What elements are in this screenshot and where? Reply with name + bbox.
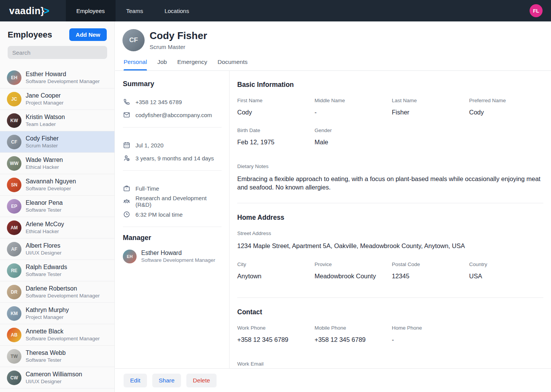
avatar: AM [7,220,21,235]
tab-documents[interactable]: Documents [218,59,248,70]
dietary-notes-value: Embracing a flexible approach to eating,… [237,175,543,191]
tab-emergency[interactable]: Emergency [177,59,207,70]
avatar: EP [7,199,21,214]
employee-row[interactable]: KM Kathryn MurphyProject Manager [0,303,114,324]
employee-list: EH Esther HowardSoftware Development Man… [0,67,114,389]
avatar: EH [123,250,137,263]
field-label: City [237,261,315,267]
employee-row[interactable]: EP Eleanor PenaSoftware Tester [0,196,114,217]
profile-tabs: Personal Job Emergency Documents [124,59,248,70]
avatar: SN [7,178,21,192]
summary-phone: +358 12 345 6789 [135,99,182,105]
employee-row[interactable]: CW Cameron WilliamsonUI/UX Designer [0,367,114,389]
employee-title: Software Development Manager [26,292,100,299]
manager-title: Software Development Manager [141,257,215,263]
avatar: EH [7,70,21,85]
share-button[interactable]: Share [152,374,181,387]
employee-title: UI/UX Designer [26,378,82,385]
field-value: Cody [469,109,543,116]
employee-name: Arlene McCoy [26,220,64,228]
avatar: CW [7,371,21,385]
field-label: Street Address [237,230,543,236]
employee-row[interactable]: KW Kristin WatsonTeam Leader [0,110,114,131]
employee-name: Albert Flores [26,242,62,250]
team-icon [123,198,130,205]
add-new-button[interactable]: Add New [69,28,107,41]
employee-row[interactable]: TW Theresa WebbSoftware Tester [0,346,114,367]
divider [123,127,222,127]
employee-title: Software Development Manager [26,78,100,85]
avatar: TW [7,349,21,364]
search-input[interactable] [8,46,107,59]
employee-row[interactable]: RE Ralph EdwardsSoftware Tester [0,260,114,281]
divider [237,297,543,298]
field-value: +358 12 345 6789 [237,336,315,343]
field-value: - [315,109,392,116]
street-address-value: 1234 Maple Street, Apartment 5A, Oakvill… [237,242,543,250]
employee-name: Wade Warren [26,156,63,164]
avatar: AB [7,328,21,342]
avatar: JC [7,92,21,106]
divider [123,227,222,227]
field-value: Male [315,139,392,146]
summary-local-time: 6:32 PM local time [135,211,183,218]
employee-row[interactable]: AM Arlene McCoyEthical Hacker [0,217,114,238]
edit-button[interactable]: Edit [124,374,147,387]
field-value: Cody [237,109,315,116]
briefcase-icon [123,185,130,192]
summary-email: codyfisher@abccompany.com [135,112,212,118]
employee-row[interactable]: DR Darlene RobertsonSoftware Development… [0,281,114,303]
nav-item-employees[interactable]: Employees [66,0,116,21]
employee-row[interactable]: SN Savannah NguyenSoftware Developer [0,174,114,196]
employee-sidebar: Employees Add New EH Esther HowardSoftwa… [0,21,115,392]
manager-heading: Manager [123,234,222,242]
field-value: USA [469,273,543,280]
field-value: Anytown [237,273,315,280]
logo-chevron: > [44,5,49,16]
field-label: Gender [315,127,392,133]
employee-title: Software Developer [26,185,76,192]
tab-personal[interactable]: Personal [124,59,147,70]
nav-item-locations[interactable]: Locations [154,0,200,21]
divider [237,203,543,203]
profile-header: CF Cody Fisher Scrum Master Personal Job… [115,21,551,71]
employee-title: Software Development Manager [26,335,100,342]
employee-row[interactable]: AF Albert FloresUI/UX Designer [0,238,114,260]
employee-title: Project Manager [26,314,69,320]
profile-avatar: CF [122,29,145,51]
field-label: Middle Name [315,98,392,103]
field-label: Home Phone [392,325,469,331]
tab-job[interactable]: Job [157,59,167,70]
profile-title: Scrum Master [150,44,185,50]
field-label: Dietary Notes [237,163,543,169]
manager-item[interactable]: EH Esther Howard Software Development Ma… [123,249,222,263]
summary-heading: Summary [123,80,222,88]
employee-title: Scrum Master [26,142,59,149]
employee-row[interactable]: JC Jane CooperProject Manager [0,88,114,110]
clock-icon [123,211,130,218]
nav-item-teams[interactable]: Teams [116,0,154,21]
divider [123,170,222,171]
employee-title: UI/UX Designer [26,250,62,256]
employee-name: Cameron Williamson [26,371,82,378]
employee-row-selected[interactable]: CF Cody FisherScrum Master [0,131,114,153]
avatar: RE [7,263,21,278]
summary-employment-type: Full-Time [135,185,159,192]
employee-row[interactable]: WW Wade WarrenEthical Hacker [0,153,114,174]
employee-row[interactable]: AB Annette BlackSoftware Development Man… [0,324,114,346]
employee-title: Team Leader [26,121,65,127]
employee-name: Darlene Robertson [26,285,100,292]
employee-name: Kathryn Murphy [26,306,69,314]
employee-row[interactable]: EH Esther HowardSoftware Development Man… [0,67,114,88]
logo-text: vaadin [9,5,41,16]
field-label: Preferred Name [469,98,543,103]
field-label: Postal Code [392,261,469,267]
summary-tenure: 3 years, 9 months and 14 days [135,155,214,162]
avatar: WW [7,156,21,171]
user-menu-avatar[interactable]: FL [530,4,543,17]
employee-title: Ethical Hacker [26,164,63,170]
manager-name: Esther Howard [141,249,215,257]
delete-button[interactable]: Delete [186,374,217,387]
field-value: Fisher [392,109,469,116]
avatar: CF [7,135,21,149]
